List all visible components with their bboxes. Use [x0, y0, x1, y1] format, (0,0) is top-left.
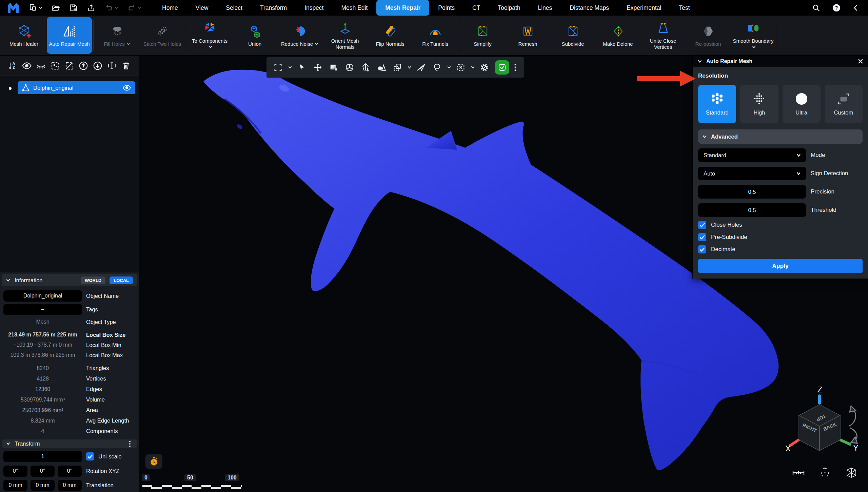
scale-field[interactable]: 1 [3, 451, 82, 462]
tab-inspect[interactable]: Inspect [296, 0, 332, 16]
local-toggle-button[interactable]: LOCAL [110, 276, 133, 284]
visibility-eye-icon[interactable] [122, 83, 131, 92]
chevron-down-icon[interactable] [470, 66, 475, 69]
threshold-field[interactable]: 0.5 [698, 203, 806, 217]
decimate-checkbox[interactable] [698, 245, 706, 253]
fit-view-icon[interactable] [271, 61, 285, 74]
hide-all-eye-closed-icon[interactable] [35, 60, 47, 71]
transform-panel-header[interactable]: Transform [2, 439, 137, 448]
select-cursor-icon[interactable] [295, 61, 309, 74]
lasso-select-icon[interactable] [430, 61, 444, 74]
ribbon-item-fix-tunnels[interactable]: Fix Tunnels [413, 16, 458, 55]
search-icon[interactable] [812, 3, 821, 12]
tree-item-dolphin[interactable]: Dolphin_original [18, 81, 135, 94]
apply-button[interactable]: Apply [698, 259, 863, 273]
ribbon-item-flip-normals[interactable]: Flip Normals [368, 16, 413, 55]
tab-points[interactable]: Points [429, 0, 463, 16]
rename-icon[interactable] [106, 60, 118, 71]
resolution-option-ultra[interactable]: Ultra [783, 85, 821, 123]
ribbon-item-stitch-two-holes[interactable]: Stitch Two Holes [140, 16, 185, 55]
duplicate-icon[interactable] [391, 61, 404, 74]
save-scene-button[interactable] [69, 3, 78, 12]
deselect-icon[interactable] [454, 61, 468, 74]
ribbon-item-orient-mesh-normals[interactable]: Orient Mesh Normals [322, 16, 368, 55]
app-logo-icon[interactable] [7, 2, 20, 14]
confirm-selection-button[interactable] [495, 60, 509, 75]
ribbon-item-fill-holes[interactable]: Fill Holes [95, 16, 140, 55]
new-project-button[interactable] [28, 3, 43, 12]
undo-button[interactable] [104, 3, 119, 12]
tab-home[interactable]: Home [153, 0, 187, 16]
tab-test[interactable]: Test [670, 0, 698, 16]
chevron-down-icon[interactable] [287, 66, 293, 69]
rotation-x-field[interactable]: 0° [3, 466, 27, 477]
shading-icon[interactable] [375, 61, 388, 74]
timer-button[interactable] [145, 454, 162, 469]
tab-transform[interactable]: Transform [251, 0, 296, 16]
navigation-cube[interactable]: Z TOP RIGHT BACK X Y [780, 383, 865, 461]
tab-lines[interactable]: Lines [529, 0, 561, 16]
information-panel-header[interactable]: Information WORLD LOCAL [2, 274, 137, 286]
translation-x-field[interactable]: 0 mm [3, 480, 27, 491]
advanced-section-header[interactable]: Advanced [698, 129, 863, 144]
uni-scale-checkbox[interactable] [86, 452, 94, 460]
viewport-settings-icon[interactable] [327, 61, 340, 74]
move-up-icon[interactable] [78, 60, 89, 71]
bounding-box-icon[interactable] [845, 466, 858, 479]
kebab-menu-icon[interactable] [127, 440, 133, 447]
tags-field[interactable]: – [3, 304, 82, 315]
deselect-all-icon[interactable] [64, 60, 75, 71]
tool-panel-header[interactable]: Auto Repair Mesh [693, 56, 868, 67]
select-all-icon[interactable] [50, 60, 61, 71]
ribbon-item-mesh-healer[interactable]: Mesh Healer [1, 16, 46, 55]
delete-trash-icon[interactable] [120, 60, 132, 71]
flip-plane-icon[interactable] [414, 61, 428, 74]
show-all-eye-icon[interactable] [21, 60, 33, 71]
redo-button[interactable] [127, 3, 142, 12]
chevron-down-icon[interactable] [446, 66, 452, 69]
world-toggle-button[interactable]: WORLD [81, 276, 105, 284]
tab-mesh-repair[interactable]: Mesh Repair [376, 0, 429, 16]
ribbon-item-simplify[interactable]: Simplify [460, 16, 505, 55]
sort-az-icon[interactable]: A Z [7, 60, 18, 71]
ribbon-item-union[interactable]: Union [232, 16, 277, 55]
rotation-y-field[interactable]: 0° [31, 466, 55, 477]
tab-distance-maps[interactable]: Distance Maps [561, 0, 618, 16]
move-down-icon[interactable] [92, 60, 103, 71]
resolution-option-custom[interactable]: Custom [825, 85, 863, 123]
ribbon-item-reduce-noise[interactable]: Reduce Noise [277, 16, 322, 55]
rotate-view-arrows[interactable] [849, 406, 857, 443]
ribbon-item-unite-close-vertices[interactable]: Unite Close Vertices [640, 16, 686, 55]
focus-icon[interactable] [818, 466, 831, 479]
orbit-icon[interactable] [343, 61, 356, 74]
ribbon-item-to-components[interactable]: To Components [187, 16, 232, 55]
move-icon[interactable] [311, 61, 324, 74]
precision-field[interactable]: 0.5 [698, 185, 806, 199]
resolution-option-standard[interactable]: Standard [698, 85, 736, 123]
close-icon[interactable] [858, 59, 863, 64]
collapse-panel-icon[interactable] [852, 4, 859, 12]
ribbon-item-smooth-boundary[interactable]: Smooth Boundary [731, 16, 776, 55]
tab-view[interactable]: View [187, 0, 217, 16]
tab-select[interactable]: Select [217, 0, 251, 16]
resolution-option-high[interactable]: High [740, 85, 778, 123]
ribbon-item-re-position[interactable]: Re-position [686, 16, 731, 55]
rotation-z-field[interactable]: 0° [58, 466, 82, 477]
pre-subdivide-checkbox[interactable] [698, 233, 706, 241]
add-selection-icon[interactable] [359, 61, 372, 74]
ribbon-item-subdivide[interactable]: Subdivide [550, 16, 595, 55]
help-icon[interactable]: ? [832, 3, 841, 12]
tab-toolpath[interactable]: Toolpath [489, 0, 529, 16]
sign-detection-select[interactable]: Auto [698, 167, 806, 180]
export-button[interactable] [87, 3, 96, 12]
translation-z-field[interactable]: 0 mm [58, 480, 82, 491]
open-file-button[interactable] [52, 3, 60, 12]
ribbon-item-make-delone[interactable]: Make Delone [595, 16, 640, 55]
ribbon-item-remesh[interactable]: Remesh [505, 16, 550, 55]
object-name-field[interactable]: Dolphin_original [3, 290, 82, 302]
chevron-down-icon[interactable] [407, 66, 412, 69]
measure-icon[interactable] [792, 466, 805, 479]
close-holes-checkbox[interactable] [698, 221, 706, 229]
more-options-kebab-icon[interactable] [512, 61, 519, 74]
mode-select[interactable]: Standard [698, 148, 806, 162]
